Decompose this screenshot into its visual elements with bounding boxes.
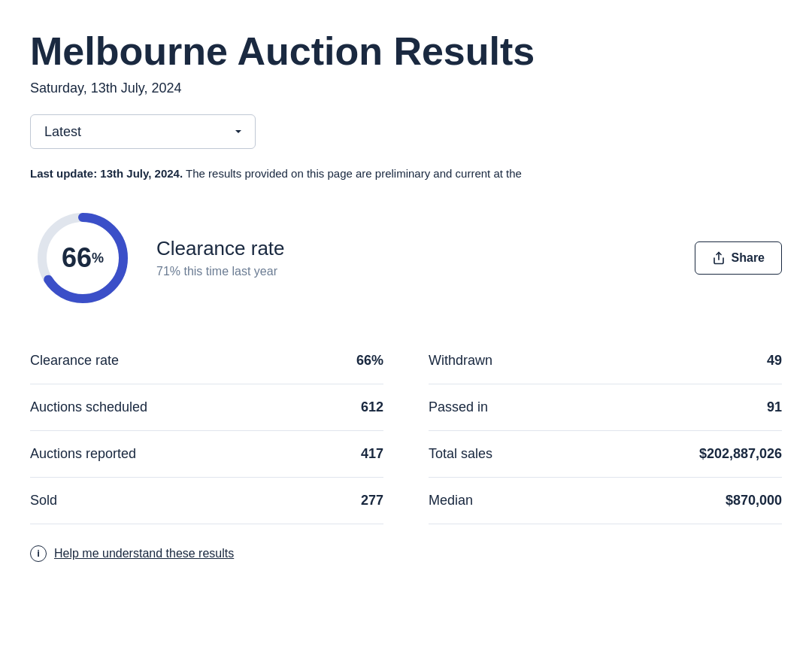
page-title: Melbourne Auction Results	[30, 30, 782, 73]
stat-label-median: Median	[429, 493, 473, 509]
stat-row-clearance: Clearance rate 66%	[30, 338, 383, 384]
last-update-text: Last update: 13th July, 2024. The result…	[30, 165, 782, 183]
stats-left-col: Clearance rate 66% Auctions scheduled 61…	[30, 338, 383, 524]
stat-row-total-sales: Total sales $202,887,026	[429, 431, 782, 478]
date-filter-dropdown[interactable]: Latest Previous weeks	[30, 114, 256, 149]
stat-row-auctions-scheduled: Auctions scheduled 612	[30, 384, 383, 431]
date-filter-wrapper: Latest Previous weeks	[30, 114, 782, 149]
stat-row-auctions-reported: Auctions reported 417	[30, 431, 383, 478]
stat-row-median: Median $870,000	[429, 478, 782, 524]
last-update-detail: The results provided on this page are pr…	[186, 167, 522, 180]
stat-label-clearance: Clearance rate	[30, 353, 119, 369]
stat-label-passed-in: Passed in	[429, 399, 488, 415]
share-icon	[712, 251, 726, 265]
stat-value-auctions-reported: 417	[361, 446, 383, 462]
stat-label-sold: Sold	[30, 493, 57, 509]
donut-percent: 66	[62, 242, 92, 273]
share-button[interactable]: Share	[695, 241, 782, 275]
stat-value-clearance: 66%	[356, 353, 383, 369]
clearance-donut: 66%	[30, 205, 135, 311]
donut-center: 66%	[62, 244, 104, 272]
stat-value-auctions-scheduled: 612	[361, 399, 383, 415]
stat-value-median: $870,000	[726, 493, 782, 509]
last-update-bold: Last update: 13th July, 2024.	[30, 167, 183, 180]
stat-value-passed-in: 91	[767, 399, 782, 415]
stats-right-col: Withdrawn 49 Passed in 91 Total sales $2…	[429, 338, 782, 524]
stats-grid: Clearance rate 66% Auctions scheduled 61…	[30, 338, 782, 524]
stat-label-total-sales: Total sales	[429, 446, 492, 462]
stat-value-sold: 277	[361, 493, 383, 509]
stat-label-auctions-scheduled: Auctions scheduled	[30, 399, 147, 415]
clearance-rate-label: Clearance rate	[156, 237, 674, 260]
stat-row-sold: Sold 277	[30, 478, 383, 524]
stat-row-passed-in: Passed in 91	[429, 384, 782, 431]
help-link[interactable]: Help me understand these results	[54, 547, 234, 560]
share-label: Share	[732, 251, 765, 265]
clearance-last-year: 71% this time last year	[156, 265, 674, 278]
stat-value-withdrawn: 49	[767, 353, 782, 369]
page-date: Saturday, 13th July, 2024	[30, 80, 782, 96]
donut-percent-sign: %	[92, 250, 104, 265]
clearance-info: Clearance rate 71% this time last year	[156, 237, 674, 278]
stat-value-total-sales: $202,887,026	[699, 446, 782, 462]
info-icon: i	[30, 545, 47, 562]
help-link-row: i Help me understand these results	[30, 545, 782, 562]
clearance-hero: 66% Clearance rate 71% this time last ye…	[30, 205, 782, 311]
stat-row-withdrawn: Withdrawn 49	[429, 338, 782, 384]
stat-label-withdrawn: Withdrawn	[429, 353, 492, 369]
stat-label-auctions-reported: Auctions reported	[30, 446, 136, 462]
